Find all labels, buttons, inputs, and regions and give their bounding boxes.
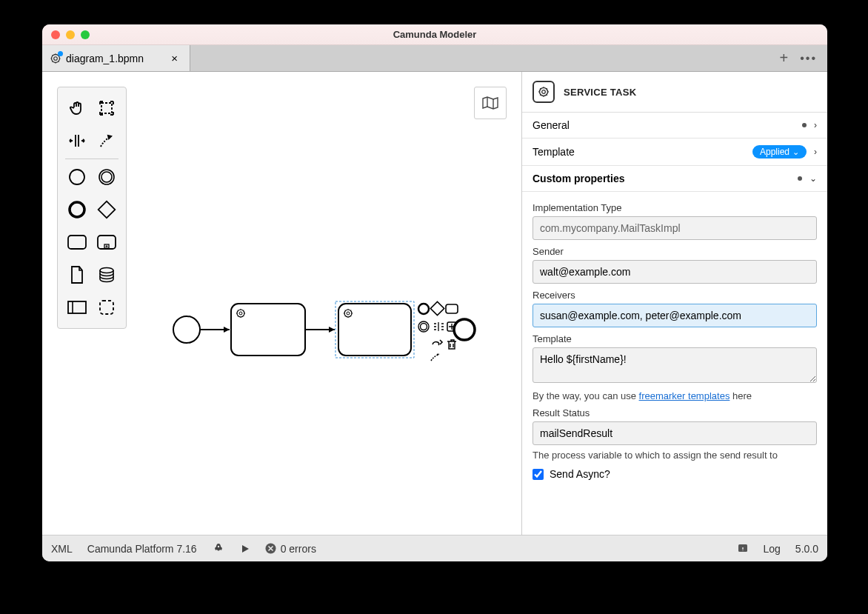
tab-close-button[interactable]: × [167, 50, 182, 66]
result-status-hint: The process variable to which to assign … [533, 450, 817, 461]
section-template-label: Template [533, 146, 575, 158]
svg-rect-8 [68, 236, 86, 249]
create-data-store[interactable] [92, 258, 121, 291]
create-start-event[interactable] [62, 161, 92, 193]
svg-point-1 [54, 56, 58, 60]
tab-bar: diagram_1.bpmn × + ••• [42, 45, 827, 72]
panel-title: SERVICE TASK [564, 87, 636, 98]
send-async-label: Send Async? [550, 468, 610, 480]
run-button[interactable] [240, 544, 250, 554]
context-pad [418, 301, 458, 361]
create-gateway[interactable] [92, 193, 121, 226]
window-controls [42, 30, 90, 39]
minimap-toggle[interactable] [474, 87, 507, 119]
bpmn-diagram[interactable] [172, 294, 483, 376]
svg-rect-7 [99, 201, 116, 218]
create-subprocess[interactable] [92, 226, 121, 258]
svg-point-21 [418, 304, 429, 314]
new-tab-button[interactable]: + [780, 50, 789, 67]
freemarker-link[interactable]: freemarker templates [639, 390, 730, 401]
app-window: Camunda Modeler diagram_1.bpmn × + ••• [42, 24, 827, 561]
svg-point-3 [70, 170, 84, 184]
send-async-row[interactable]: Send Async? [533, 468, 817, 480]
lasso-tool[interactable] [92, 92, 121, 124]
deploy-button[interactable] [212, 542, 225, 555]
section-custom-label: Custom properties [533, 173, 624, 184]
tab-diagram-1[interactable]: diagram_1.bpmn × [42, 45, 190, 71]
svg-rect-22 [430, 301, 444, 315]
svg-point-11 [100, 268, 113, 273]
dot-indicator-icon [798, 176, 802, 181]
template-textarea[interactable] [533, 347, 817, 383]
task-node-1 [231, 304, 305, 356]
custom-properties-body: Implementation Type Sender Receivers Tem… [522, 192, 827, 490]
feedback-button[interactable] [737, 543, 749, 555]
xml-toggle[interactable]: XML [51, 543, 73, 555]
impl-type-input[interactable] [533, 216, 817, 240]
titlebar: Camunda Modeler [42, 24, 827, 45]
log-button[interactable]: Log [764, 543, 781, 555]
create-data-object[interactable] [62, 258, 92, 291]
sender-input[interactable] [533, 260, 817, 284]
result-status-label: Result Status [533, 407, 817, 418]
create-participant[interactable] [62, 291, 92, 324]
template-hint: By the way, you can use freemarker templ… [533, 390, 817, 401]
hand-tool[interactable] [62, 92, 92, 124]
svg-rect-14 [100, 301, 113, 314]
create-task[interactable] [62, 226, 92, 258]
version-label: 5.0.0 [795, 543, 818, 555]
end-event-node [454, 319, 475, 340]
svg-rect-23 [446, 304, 458, 313]
create-end-event[interactable] [62, 193, 92, 226]
create-group[interactable] [92, 291, 121, 324]
svg-point-6 [70, 202, 84, 217]
panel-header: SERVICE TASK [522, 72, 827, 113]
create-intermediate-event[interactable] [92, 161, 121, 193]
global-connect-tool[interactable] [92, 124, 121, 157]
service-task-icon [533, 81, 555, 103]
template-applied-badge[interactable]: Applied [752, 145, 807, 158]
bpmn-file-icon [50, 53, 61, 64]
tab-menu-button[interactable]: ••• [800, 52, 817, 65]
canvas[interactable] [42, 72, 521, 535]
section-general[interactable]: General › [522, 113, 827, 139]
errors-indicator[interactable]: 0 errors [265, 543, 316, 555]
send-async-checkbox[interactable] [533, 469, 544, 480]
chevron-right-icon: › [814, 120, 817, 130]
platform-label[interactable]: Camunda Platform 7.16 [87, 543, 197, 555]
tool-palette [57, 87, 127, 329]
dirty-indicator-icon [58, 51, 63, 56]
chevron-down-icon: ⌄ [809, 173, 817, 184]
section-template[interactable]: Template Applied› [522, 139, 827, 166]
space-tool[interactable] [62, 124, 92, 157]
chevron-right-icon: › [814, 147, 817, 157]
status-bar: XML Camunda Platform 7.16 0 errors Log 5… [42, 535, 827, 561]
result-status-input[interactable] [533, 421, 817, 445]
svg-point-25 [421, 324, 427, 330]
start-event-node [173, 316, 200, 343]
section-custom-properties[interactable]: Custom properties ⌄ [522, 166, 827, 192]
properties-panel: SERVICE TASK General › Template Applied›… [521, 72, 827, 535]
minimize-window-button[interactable] [66, 30, 75, 39]
app-title: Camunda Modeler [42, 29, 827, 40]
tab-filename: diagram_1.bpmn [66, 53, 144, 64]
maximize-window-button[interactable] [81, 30, 90, 39]
template-label: Template [533, 333, 817, 344]
sender-label: Sender [533, 246, 817, 257]
receivers-input[interactable] [533, 304, 817, 327]
section-general-label: General [533, 119, 570, 131]
task-node-2-selected [338, 304, 411, 356]
svg-point-29 [217, 545, 218, 547]
impl-type-label: Implementation Type [533, 202, 817, 213]
svg-point-28 [542, 90, 546, 94]
svg-point-5 [101, 172, 112, 182]
dot-indicator-icon [802, 123, 807, 127]
svg-rect-2 [101, 103, 112, 113]
svg-rect-12 [68, 301, 86, 313]
close-window-button[interactable] [51, 30, 60, 39]
receivers-label: Receivers [533, 290, 817, 301]
